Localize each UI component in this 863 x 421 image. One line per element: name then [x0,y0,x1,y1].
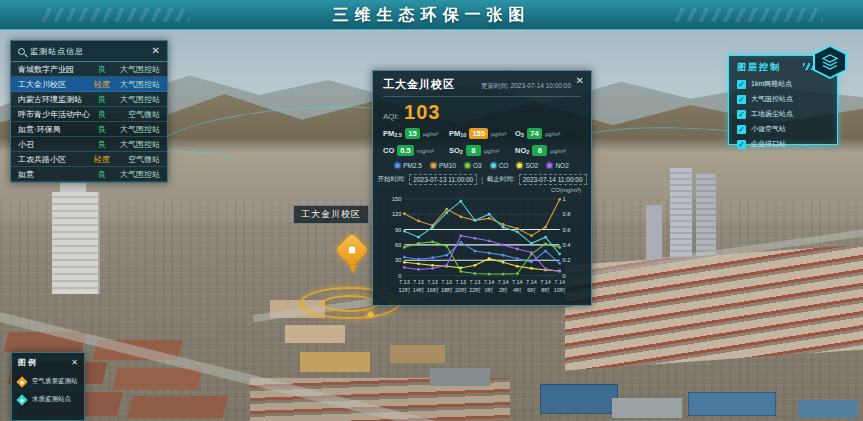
legend-item-label: 空气质量监测站 [32,377,78,386]
station-type: 大气国控站 [112,79,160,90]
chart-legend-item[interactable]: PM2.5 [395,162,422,169]
marker-stem [349,265,357,274]
pollutant-value-chip: 15 [405,128,420,139]
svg-text:120: 120 [392,211,402,217]
chart-legend-item[interactable]: PM10 [431,162,456,169]
legend-dot-icon [547,163,552,168]
pollutant-label: PM2.5 [383,129,402,138]
checkbox-checked-icon[interactable]: ✓ [737,80,746,89]
station-row[interactable]: 如意·环保局良大气国控站 [11,122,167,137]
svg-text:150: 150 [392,196,402,202]
legend-dot-icon [465,163,470,168]
svg-text:10时: 10时 [554,287,566,293]
svg-text:0.4: 0.4 [563,242,571,248]
legend-dot-icon [395,163,400,168]
station-level-badge: 良 [92,169,112,180]
aqi-readout: AQI: 103 [383,101,581,124]
pollutant-label: NO2 [515,146,529,155]
start-time-value[interactable]: 2023-07-13 11:00:00 [409,174,477,185]
marker-diamond-icon [346,244,359,257]
svg-text:0时: 0时 [485,287,494,293]
station-name: 小召 [18,139,92,150]
svg-text:7.14: 7.14 [540,279,551,285]
legend-marker-core [20,397,24,401]
station-marker-tooltip: 工大金川校区 [293,205,369,224]
pollutant-value-chip: 8 [466,145,481,156]
shed [612,398,682,418]
station-name: 工大金川校区 [18,79,92,90]
checkbox-checked-icon[interactable]: ✓ [737,110,746,119]
station-row[interactable]: 青城数字产业园良大气国控站 [11,62,167,77]
chart-legend-item[interactable]: O3 [465,162,482,169]
station-type: 大气国控站 [112,169,160,180]
station-row[interactable]: 呼市青少年活动中心良空气微站 [11,107,167,122]
pollutant-cell: SO28μg/m³ [449,145,515,156]
station-panel-close-button[interactable]: ✕ [152,46,160,56]
svg-text:7.14: 7.14 [526,279,537,285]
station-name: 内蒙古环境监测站 [18,94,92,105]
building-rows [565,245,863,371]
checkbox-checked-icon[interactable]: ✓ [737,125,746,134]
aqi-label: AQI: [383,112,399,121]
pollutant-value-chip: 155 [469,128,488,139]
shed [430,368,490,386]
pollutant-unit: μg/m³ [491,131,506,137]
title-bar: 三维生态环保一张图 [0,0,863,30]
svg-text:0.2: 0.2 [563,257,571,263]
pollutant-cell: NO26μg/m³ [515,145,581,156]
station-row[interactable]: 内蒙古环境监测站良大气国控站 [11,92,167,107]
detail-panel-close-button[interactable]: ✕ [576,76,584,86]
layer-item-label: 1km网格站点 [751,79,792,89]
station-level-badge: 良 [92,94,112,105]
svg-text:6时: 6时 [527,287,536,293]
search-icon[interactable] [18,48,25,55]
pollutant-value-chip: 0.5 [397,145,413,156]
layer-item[interactable]: ✓企业排口站 [737,139,829,149]
station-name: 工农兵路小区 [18,154,92,165]
warehouse [540,384,618,414]
station-row[interactable]: 如意良大气国控站 [11,167,167,182]
station-type: 大气国控站 [112,139,160,150]
svg-text:30: 30 [395,257,401,263]
layer-item-label: 企业排口站 [751,139,786,149]
station-level-badge: 良 [92,124,112,135]
svg-text:7.14: 7.14 [512,279,523,285]
station-row[interactable]: 工农兵路小区轻度空气微站 [11,152,167,167]
station-info-panel: 监测站点信息 ✕ 青城数字产业园良大气国控站工大金川校区轻度大气国控站内蒙古环境… [10,40,168,183]
svg-text:0.8: 0.8 [563,211,571,217]
chart-legend-item[interactable]: CO [491,162,509,169]
map-legend-panel: 图例 ✕ 空气质量监测站水质监测站点 [11,352,85,421]
svg-text:12时: 12时 [399,287,411,293]
svg-text:7.13: 7.13 [427,279,438,285]
update-time-label: 更新时间: [481,82,509,89]
svg-text:1: 1 [563,196,566,202]
station-name: 呼市青少年活动中心 [18,109,92,120]
checkbox-checked-icon[interactable]: ✓ [737,95,746,104]
building [112,368,202,390]
layer-item[interactable]: ✓1km网格站点 [737,79,829,89]
time-range-row: 开始时间: 2023-07-13 11:00:00 | 截止时间: 2023-0… [383,174,581,185]
warehouse [798,400,858,418]
legend-series-name: NO2 [555,162,568,169]
pollutant-unit: μg/m³ [550,148,565,154]
station-type: 大气国控站 [112,124,160,135]
pollutant-label: PM10 [449,129,466,138]
chart-legend-item[interactable]: SO2 [517,162,538,169]
pollutant-unit: mg/m³ [417,148,434,154]
svg-text:18时: 18时 [441,287,453,293]
station-level-badge: 良 [92,139,112,150]
station-row[interactable]: 小召良大气国控站 [11,137,167,152]
layer-item[interactable]: ✓小微空气站 [737,124,829,134]
station-row[interactable]: 工大金川校区轻度大气国控站 [11,77,167,92]
building [390,345,445,363]
layers-hexagon-button[interactable] [813,45,847,79]
station-type: 大气国控站 [112,94,160,105]
chart-legend-item[interactable]: NO2 [547,162,568,169]
end-time-value[interactable]: 2023-07-14 11:00:00 [519,174,587,185]
station-name: 如意·环保局 [18,124,92,135]
legend-panel-close-button[interactable]: ✕ [71,358,78,368]
layer-item[interactable]: ✓工地扬尘站点 [737,109,829,119]
pollutant-grid: PM2.515μg/m³PM10155μg/m³O374μg/m³CO0.5mg… [383,128,581,156]
checkbox-checked-icon[interactable]: ✓ [737,140,746,149]
layer-item[interactable]: ✓大气国控站点 [737,94,829,104]
